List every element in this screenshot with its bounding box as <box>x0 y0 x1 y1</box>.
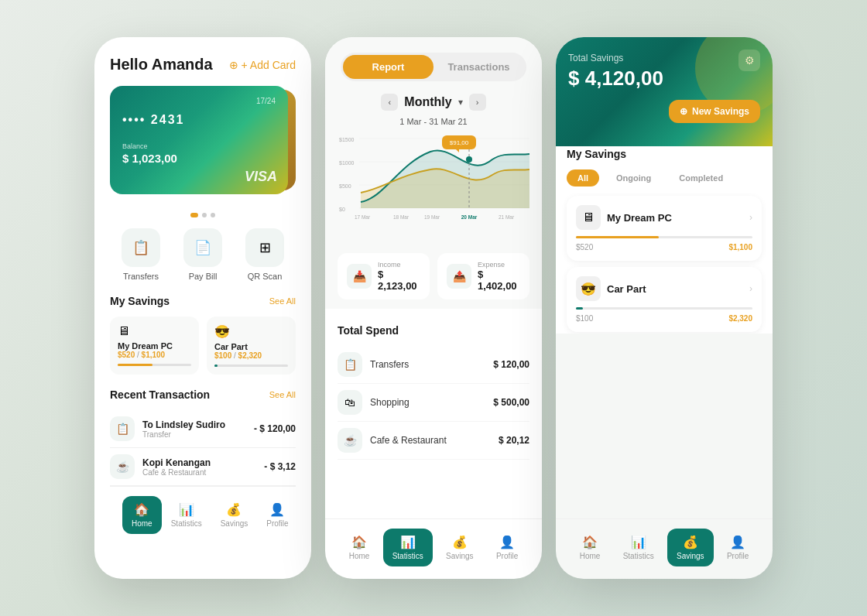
stats-icon-right: 📊 <box>631 535 646 549</box>
my-savings-title: My Savings <box>110 295 170 307</box>
saving-card-2[interactable]: 😎 Car Part $100 / $2,320 <box>207 317 296 375</box>
next-period-arrow[interactable]: › <box>469 94 486 111</box>
savings-see-all[interactable]: See All <box>269 296 296 306</box>
prev-period-arrow[interactable]: ‹ <box>381 94 398 111</box>
quick-actions: 📋 Transfers 📄 Pay Bill ⊞ QR Scan <box>110 228 296 281</box>
dot-1[interactable] <box>190 213 198 217</box>
saving-item-icon-2: 😎 <box>576 276 601 301</box>
spend-amount-1: $ 120,00 <box>493 359 529 370</box>
nav-savings-mid[interactable]: 💰 Savings <box>437 529 483 566</box>
spend-item-3[interactable]: ☕ Cafe & Restaurant $ 20,12 <box>338 422 529 460</box>
tab-transactions[interactable]: Transactions <box>434 55 524 79</box>
dot-3[interactable] <box>211 213 215 217</box>
saving-icon-2: 😎 <box>214 324 288 339</box>
phone-middle: Report Transactions ‹ Monthly ▾ › 1 Mar … <box>325 37 542 579</box>
saving-name-1: My Dream PC <box>118 341 191 351</box>
main-card[interactable]: 17/24 •••• 2431 Balance $ 1,023,00 VISA <box>110 86 288 194</box>
saving-item-name-2: Car Part <box>607 283 743 295</box>
nav-savings-right[interactable]: 💰 Savings <box>667 529 714 566</box>
tab-row: Report Transactions <box>341 53 526 81</box>
pay-bill-icon: 📄 <box>183 228 222 267</box>
income-card: 📥 Income $ 2,123,00 <box>338 253 430 299</box>
nav-profile-right[interactable]: 👤 Profile <box>718 529 758 566</box>
nav-profile-left[interactable]: 👤 Profile <box>257 496 297 534</box>
card-dots-nav <box>110 213 296 217</box>
home-icon-right: 🏠 <box>582 535 598 549</box>
period-dropdown-icon[interactable]: ▾ <box>458 97 463 108</box>
nav-stats-mid[interactable]: 📊 Statistics <box>383 529 433 566</box>
bottom-nav-right: 🏠 Home 📊 Statistics 💰 Savings 👤 Profile <box>556 518 773 566</box>
filter-completed[interactable]: Completed <box>668 169 734 187</box>
spend-icon-2: 🛍 <box>338 390 362 415</box>
saving-item-name-1: My Dream PC <box>607 212 743 224</box>
svg-text:20 Mar: 20 Mar <box>461 214 478 220</box>
gear-button[interactable]: ⚙ <box>738 50 760 71</box>
filter-ongoing[interactable]: Ongoing <box>605 169 662 187</box>
total-spend-title: Total Spend <box>338 324 529 337</box>
saving-item-arrow-1: › <box>749 212 752 223</box>
spend-amount-2: $ 500,00 <box>493 397 529 408</box>
filter-all[interactable]: All <box>567 169 599 187</box>
plus-icon: ⊕ <box>229 59 238 71</box>
nav-stats-left[interactable]: 📊 Statistics <box>162 496 211 534</box>
nav-stats-right[interactable]: 📊 Statistics <box>614 529 663 566</box>
dot-2[interactable] <box>202 213 207 217</box>
new-savings-button[interactable]: ⊕ New Savings <box>669 100 760 123</box>
trans-icon-1: 📋 <box>110 416 135 441</box>
nav-home-left[interactable]: 🏠 Home <box>122 496 162 534</box>
date-range: 1 Mar - 31 Mar 21 <box>341 117 526 126</box>
svg-text:21 Mar: 21 Mar <box>499 214 515 220</box>
svg-text:$500: $500 <box>339 183 351 189</box>
spend-name-1: Transfers <box>370 359 485 370</box>
action-transfers[interactable]: 📋 Transfers <box>122 228 160 281</box>
nav-savings-left[interactable]: 💰 Savings <box>211 496 258 534</box>
svg-text:$1000: $1000 <box>339 160 355 166</box>
svg-text:$1500: $1500 <box>339 137 355 142</box>
card-dots: •••• 2431 <box>122 113 276 127</box>
phones-container: Hello Amanda ⊕ + Add Card 17/24 •••• 243… <box>79 22 788 594</box>
saving-item-2[interactable]: 😎 Car Part › $100 $2,320 <box>567 267 762 332</box>
qr-label: QR Scan <box>248 272 283 281</box>
phone-right: ⚙ Total Savings $ 4,120,00 ⊕ New Savings… <box>556 37 773 579</box>
chart-dot <box>466 156 472 163</box>
profile-icon: 👤 <box>269 502 285 517</box>
progress-2 <box>576 307 583 310</box>
transfers-icon: 📋 <box>122 228 160 267</box>
nav-home-mid[interactable]: 🏠 Home <box>340 529 379 566</box>
trans-icon-2: ☕ <box>110 454 135 479</box>
phone-left: Hello Amanda ⊕ + Add Card 17/24 •••• 243… <box>94 37 311 579</box>
transactions-see-all[interactable]: See All <box>269 390 296 399</box>
tab-report[interactable]: Report <box>343 55 434 79</box>
total-spend-section: Total Spend 📋 Transfers $ 120,00 🛍 Shopp… <box>325 312 542 467</box>
transaction-item-2[interactable]: ☕ Kopi Kenangan Cafe & Restaurant - $ 3,… <box>110 448 296 486</box>
trans-amount-1: - $ 120,00 <box>254 423 296 434</box>
trans-sub-1: Transfer <box>142 430 246 439</box>
profile-icon-right: 👤 <box>730 535 745 549</box>
nav-home-right[interactable]: 🏠 Home <box>571 529 610 566</box>
income-icon: 📥 <box>347 264 372 289</box>
saving-item-1[interactable]: 🖥 My Dream PC › $520 $1,100 <box>567 196 762 261</box>
spend-item-1[interactable]: 📋 Transfers $ 120,00 <box>338 346 529 384</box>
stats-header: Report Transactions ‹ Monthly ▾ › 1 Mar … <box>325 37 542 132</box>
period-row: ‹ Monthly ▾ › <box>341 94 526 111</box>
home-icon-mid: 🏠 <box>351 535 367 549</box>
savings-icon: 💰 <box>226 502 242 517</box>
saving-amount-2: $100 / $2,320 <box>214 351 288 360</box>
spend-item-2[interactable]: 🛍 Shopping $ 500,00 <box>338 384 529 422</box>
transactions-header: Recent Transaction See All <box>110 388 296 401</box>
trans-sub-2: Cafe & Restaurant <box>142 468 256 477</box>
action-pay-bill[interactable]: 📄 Pay Bill <box>183 228 222 281</box>
income-value: $ 2,123,00 <box>378 269 420 292</box>
stats-income-expense: 📥 Income $ 2,123,00 📤 Expense $ 1,402,00 <box>325 244 542 309</box>
saving-card-1[interactable]: 🖥 My Dream PC $520 / $1,100 <box>110 317 199 375</box>
saving-item-arrow-2: › <box>749 283 752 294</box>
pay-bill-label: Pay Bill <box>189 272 218 281</box>
income-label: Income <box>378 261 420 269</box>
action-qr-scan[interactable]: ⊞ QR Scan <box>245 228 284 281</box>
transaction-item-1[interactable]: 📋 To Lindsley Sudiro Transfer - $ 120,00 <box>110 410 296 448</box>
add-card-button[interactable]: ⊕ + Add Card <box>229 59 296 71</box>
chart-svg: $1500 $1000 $500 $0 <box>338 132 529 233</box>
savings-icon-mid: 💰 <box>452 535 468 549</box>
nav-profile-mid[interactable]: 👤 Profile <box>487 529 527 566</box>
expense-card: 📤 Expense $ 1,402,00 <box>437 253 529 299</box>
